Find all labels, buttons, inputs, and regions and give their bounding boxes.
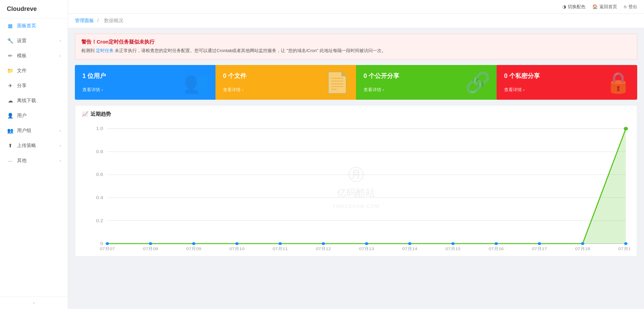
sidebar-item-label: 离线下载 <box>17 98 61 104</box>
other-icon: ··· <box>7 158 14 164</box>
sidebar: Cloudreve ▦ 面板首页 🔧 设置 › ✏ 模板 › 📁 文件 ✈ 分享 <box>0 0 68 309</box>
sidebar-collapse-button[interactable]: ‹ <box>0 296 68 309</box>
upload-icon: ⬆ <box>7 143 14 149</box>
sidebar-item-users[interactable]: 👤 用户 <box>0 108 68 123</box>
theme-toggle-button[interactable]: ◑ 切换配色 <box>562 4 585 10</box>
sidebar-item-other[interactable]: ··· 其他 › <box>0 153 68 168</box>
chevron-right-icon: › <box>60 143 61 148</box>
sidebar-item-upload-policy[interactable]: ⬆ 上传策略 › <box>0 138 68 153</box>
svg-text:07月19: 07月19 <box>618 247 630 251</box>
svg-point-22 <box>451 242 455 245</box>
breadcrumb-separator: / <box>97 18 100 23</box>
settings-icon: 🔧 <box>7 38 14 44</box>
share-icon: ✈ <box>7 83 14 89</box>
svg-marker-13 <box>107 129 626 244</box>
lock-stat-icon: 🔒 <box>606 70 631 94</box>
svg-text:07月09: 07月09 <box>186 247 201 251</box>
svg-text:07月08: 07月08 <box>143 247 158 251</box>
stat-card-public-share[interactable]: 0 个公开分享 查看详情 › 🔗 <box>356 65 497 100</box>
svg-text:07月07: 07月07 <box>100 247 115 251</box>
trend-chart: 0 0.2 0.4 0.6 0.8 1.0 <box>82 121 630 251</box>
svg-point-20 <box>365 242 368 245</box>
svg-text:0.2: 0.2 <box>96 218 103 223</box>
sidebar-item-label: 模板 <box>17 53 60 59</box>
main-area: ◑ 切换配色 🏠 返回首页 ⎋ 登出 管理面板 / 数据概况 警告！Cron定时… <box>68 0 644 309</box>
chevron-right-icon: › <box>60 38 61 43</box>
stats-cards: 1 位用户 查看详情 › 👥 0 个文件 查看详情 › 📄 <box>75 65 637 100</box>
cron-link[interactable]: 定时任务 <box>96 48 114 53</box>
chart-container: ㊊ 亿码酷站 YMKUZHAN.COM <box>82 121 630 251</box>
share-stat-icon: 🔗 <box>465 70 490 94</box>
files-stat-icon: 📄 <box>324 70 350 94</box>
svg-point-18 <box>278 242 282 245</box>
chevron-right-icon: › <box>242 87 243 92</box>
svg-text:07月12: 07月12 <box>316 247 331 251</box>
svg-text:0.6: 0.6 <box>96 172 103 177</box>
template-icon: ✏ <box>7 53 14 59</box>
svg-text:1.0: 1.0 <box>96 126 103 131</box>
svg-point-19 <box>322 242 325 245</box>
alert-title: 警告！Cron定时任务疑似未执行 <box>81 39 631 45</box>
sidebar-item-label: 设置 <box>17 38 60 44</box>
sidebar-item-label: 其他 <box>17 158 60 164</box>
sidebar-item-dashboard[interactable]: ▦ 面板首页 <box>0 18 68 33</box>
svg-point-17 <box>235 242 239 245</box>
svg-text:07月18: 07月18 <box>575 247 590 251</box>
svg-text:07月11: 07月11 <box>273 247 288 251</box>
chart-title: 📈 近期趋势 <box>82 111 630 117</box>
logout-icon: ⎋ <box>624 4 627 9</box>
alert-body-middle: 未正常执行，请检查您的定时任务配置。您可以通过Crontab或者其他网站监控服务… <box>115 48 386 53</box>
users-stat-icon: 👥 <box>184 70 209 94</box>
svg-point-15 <box>149 242 152 245</box>
svg-point-24 <box>538 242 541 245</box>
top-header: ◑ 切换配色 🏠 返回首页 ⎋ 登出 <box>68 0 644 14</box>
alert-body: 检测到 定时任务 未正常执行，请检查您的定时任务配置。您可以通过Crontab或… <box>81 47 631 54</box>
chevron-right-icon: › <box>383 87 384 92</box>
breadcrumb-parent[interactable]: 管理面板 <box>75 18 94 23</box>
offline-download-icon: ☁ <box>7 98 14 104</box>
svg-point-25 <box>581 242 584 245</box>
stat-card-users[interactable]: 1 位用户 查看详情 › 👥 <box>75 65 215 100</box>
svg-point-23 <box>495 242 498 245</box>
dashboard-icon: ▦ <box>7 23 14 29</box>
sidebar-item-files[interactable]: 📁 文件 <box>0 63 68 78</box>
home-icon: 🏠 <box>592 4 598 9</box>
logout-button[interactable]: ⎋ 登出 <box>624 4 637 10</box>
user-icon: 👤 <box>7 113 14 119</box>
sidebar-item-label: 分享 <box>17 83 61 89</box>
sidebar-item-label: 用户组 <box>17 128 60 134</box>
user-groups-icon: 👥 <box>7 128 14 134</box>
svg-point-27 <box>624 127 628 131</box>
sidebar-item-share[interactable]: ✈ 分享 <box>0 78 68 93</box>
stat-card-private-share[interactable]: 0 个私密分享 查看详情 › 🔒 <box>497 65 637 100</box>
stat-card-files[interactable]: 0 个文件 查看详情 › 📄 <box>215 65 356 100</box>
svg-text:07月14: 07月14 <box>402 247 417 251</box>
return-home-button[interactable]: 🏠 返回首页 <box>592 4 617 10</box>
chevron-right-icon: › <box>60 158 61 163</box>
svg-point-16 <box>192 242 195 245</box>
sidebar-nav: ▦ 面板首页 🔧 设置 › ✏ 模板 › 📁 文件 ✈ 分享 ☁ 离线下载 <box>0 18 68 168</box>
chevron-right-icon: › <box>60 128 61 133</box>
sidebar-item-label: 面板首页 <box>17 23 61 29</box>
files-icon: 📁 <box>7 68 14 74</box>
breadcrumb-current: 数据概况 <box>104 18 123 23</box>
sidebar-item-templates[interactable]: ✏ 模板 › <box>0 48 68 63</box>
sidebar-item-settings[interactable]: 🔧 设置 › <box>0 33 68 48</box>
sidebar-item-offline-download[interactable]: ☁ 离线下载 <box>0 93 68 108</box>
app-logo: Cloudreve <box>0 0 68 18</box>
svg-text:07月16: 07月16 <box>489 247 504 251</box>
svg-point-21 <box>408 242 412 245</box>
content-area: 管理面板 / 数据概况 警告！Cron定时任务疑似未执行 检测到 定时任务 未正… <box>68 14 644 309</box>
svg-text:0: 0 <box>100 241 103 246</box>
chart-section: 📈 近期趋势 ㊊ 亿码酷站 YMKUZHAN.COM <box>75 105 637 257</box>
sidebar-item-label: 上传策略 <box>17 143 60 149</box>
svg-text:0.4: 0.4 <box>96 195 103 200</box>
svg-text:07月13: 07月13 <box>359 247 374 251</box>
chevron-right-icon: › <box>523 87 525 92</box>
svg-text:07月10: 07月10 <box>229 247 244 251</box>
svg-point-26 <box>624 242 628 245</box>
sidebar-item-user-groups[interactable]: 👥 用户组 › <box>0 123 68 138</box>
toggle-icon: ◑ <box>562 4 566 9</box>
warning-alert: 警告！Cron定时任务疑似未执行 检测到 定时任务 未正常执行，请检查您的定时任… <box>75 34 637 60</box>
chevron-right-icon: › <box>60 53 61 58</box>
